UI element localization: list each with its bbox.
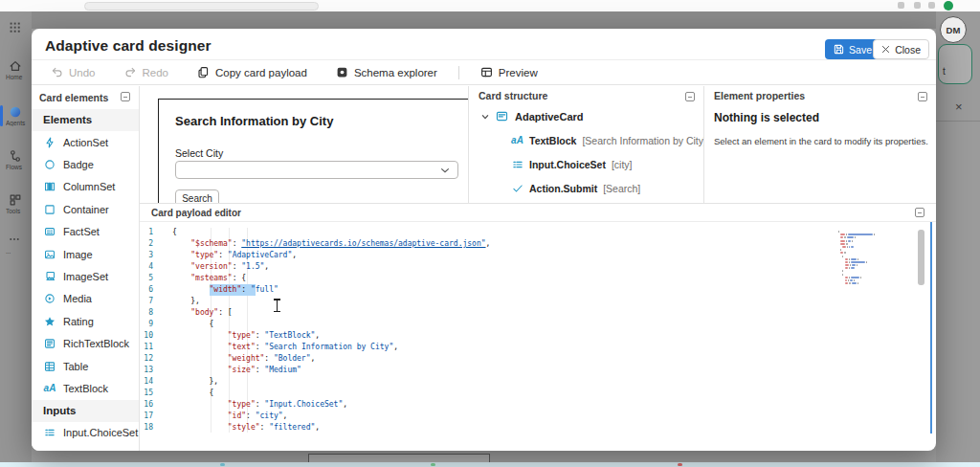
table-icon	[43, 360, 56, 373]
code-line-4[interactable]: 4 "version": "1.5",	[140, 261, 936, 273]
tree-node-action-submit[interactable]: Action.Submit[Search]	[511, 176, 702, 200]
nav-rail-item-flows[interactable]: Flows	[0, 147, 32, 186]
bottom-strip	[0, 462, 980, 467]
editor-focus-border	[930, 222, 932, 434]
nav-rail-item-agents[interactable]: Agents	[0, 103, 32, 142]
editor-scrollbar[interactable]	[918, 230, 924, 285]
schema-explorer-button[interactable]: Schema explorer	[336, 66, 437, 78]
code-line-10[interactable]: 10 "type": "TextBlock",	[140, 330, 936, 342]
chevron-down-icon[interactable]	[480, 112, 490, 122]
code-line-9[interactable]: 9 {	[140, 319, 936, 330]
line-number: 18	[140, 422, 172, 434]
card-preview-panel: Search Information by City Select City S…	[140, 86, 469, 203]
city-dropdown[interactable]	[175, 161, 458, 179]
element-item-badge[interactable]: Badge	[32, 153, 139, 175]
more-icon	[9, 234, 23, 248]
element-properties-header: Element properties	[704, 86, 936, 106]
code-token: "version"	[190, 261, 232, 273]
element-item-input-choiceset[interactable]: Input.ChoiceSet	[32, 422, 139, 444]
code-token: ,	[393, 342, 398, 353]
bottom-strip-marker	[220, 463, 225, 466]
code-line-8[interactable]: 8 "body": [	[140, 307, 936, 319]
code-token	[172, 365, 228, 376]
tree-node-textblock[interactable]: aATextBlock[Search Information by City]	[511, 128, 702, 152]
image-icon	[43, 248, 56, 261]
section-header-inputs[interactable]: Inputs	[32, 400, 139, 422]
line-number: 11	[140, 342, 172, 353]
code-editor[interactable]: 1{2 "$schema": "https://adaptivecards.io…	[140, 222, 936, 434]
collapse-panel-icon[interactable]	[915, 208, 924, 217]
choiceset-icon	[43, 426, 56, 439]
undo-button[interactable]: Undo	[51, 66, 96, 78]
element-item-image[interactable]: Image	[32, 243, 139, 265]
code-line-11[interactable]: 11 "text": "Search Information by City",	[140, 342, 936, 353]
tree-node-input-choiceset[interactable]: Input.ChoiceSet[city]	[511, 152, 702, 176]
element-item-table[interactable]: Table	[32, 355, 139, 377]
code-line-5[interactable]: 5 "msteams": {	[140, 273, 936, 284]
code-token: "type"	[190, 250, 218, 261]
browser-address-bar[interactable]	[84, 2, 319, 11]
section-header-elements[interactable]: Elements	[32, 109, 139, 131]
code-line-7[interactable]: 7 },	[140, 296, 936, 307]
app-header-bar: Environment	[0, 11, 980, 29]
element-item-rating[interactable]: Rating	[32, 310, 139, 332]
code-token: :	[218, 250, 228, 261]
nav-rail-item-[interactable]: ...	[0, 232, 32, 270]
nothing-selected-heading: Nothing is selected	[714, 111, 819, 124]
element-item-columnset[interactable]: ColumnSet	[32, 176, 139, 198]
code-line-3[interactable]: 3 "type": "AdaptiveCard",	[140, 250, 936, 261]
element-item-imageset[interactable]: ImageSet	[32, 265, 139, 287]
code-lines: 1{2 "$schema": "https://adaptivecards.io…	[140, 227, 936, 434]
close-button[interactable]: Close	[873, 39, 929, 59]
tree-node-adaptivecard[interactable]: AdaptiveCard	[480, 110, 584, 123]
code-line-1[interactable]: 1{	[140, 227, 936, 238]
nav-rail-item-home[interactable]: Home	[0, 57, 32, 96]
code-line-14[interactable]: 14 },	[140, 376, 936, 388]
panel-close-icon[interactable]: ×	[955, 100, 963, 114]
search-button[interactable]: Search	[175, 189, 219, 203]
screen: Environment HomeAgentsFlowsTools... DM t…	[0, 0, 980, 467]
browser-extension-icon[interactable]	[914, 2, 921, 9]
browser-extension-icon[interactable]	[898, 2, 904, 9]
code-line-12[interactable]: 12 "weight": "Bolder",	[140, 353, 936, 365]
code-token: "https://adaptivecards.io/schemas/adapti…	[241, 238, 485, 250]
code-line-6[interactable]: 6 "width": "full"	[140, 284, 936, 296]
element-item-textblock[interactable]: aATextBlock	[32, 377, 139, 399]
adaptive-card-designer-dialog: Adaptive card designer Save Close UndoRe…	[32, 29, 936, 451]
element-item-label: Badge	[63, 159, 94, 170]
redo-button[interactable]: Redo	[124, 66, 169, 78]
code-token	[172, 353, 228, 365]
select-city-label[interactable]: Select City	[175, 147, 223, 159]
browser-profile-avatar[interactable]	[944, 1, 953, 11]
collapse-panel-icon[interactable]	[685, 92, 695, 101]
save-icon	[834, 44, 844, 55]
code-token: {	[210, 319, 214, 330]
element-item-actionset[interactable]: ActionSet	[32, 131, 139, 153]
choiceset-icon	[511, 158, 523, 170]
collapse-panel-icon[interactable]	[918, 92, 927, 101]
code-token: },	[190, 296, 200, 307]
line-number: 5	[140, 273, 172, 284]
browser-menu-icon[interactable]	[928, 2, 935, 9]
test-button-partial[interactable]: t	[938, 44, 972, 84]
element-item-label: RichTextBlock	[63, 338, 129, 349]
card-heading[interactable]: Search Information by City	[175, 114, 333, 128]
element-item-media[interactable]: Media	[32, 288, 139, 310]
code-line-13[interactable]: 13 "size": "Medium"	[140, 365, 936, 376]
code-line-15[interactable]: 15 {	[140, 388, 936, 399]
element-item-factset[interactable]: FactSet	[32, 221, 139, 243]
nav-rail-item-tools[interactable]: Tools	[0, 191, 32, 230]
collapse-panel-icon[interactable]	[121, 92, 130, 101]
code-line-2[interactable]: 2 "$schema": "https://adaptivecards.io/s…	[140, 238, 936, 250]
preview-button[interactable]: Preview	[480, 66, 538, 78]
code-line-18[interactable]: 18 "style": "filtered",	[140, 422, 936, 434]
code-line-16[interactable]: 16 "type": "Input.ChoiceSet",	[140, 399, 936, 411]
adaptive-card-preview[interactable]: Search Information by City Select City S…	[158, 99, 469, 203]
nav-rail-item-waffle[interactable]	[0, 19, 32, 57]
element-item-richtextblock[interactable]: RichTextBlock	[32, 333, 139, 355]
minimap[interactable]	[838, 231, 898, 285]
element-item-container[interactable]: Container	[32, 198, 139, 220]
code-line-17[interactable]: 17 "id": "city",	[140, 411, 936, 422]
copy-card-payload-button[interactable]: Copy card payload	[197, 66, 307, 78]
user-avatar[interactable]: DM	[940, 16, 967, 43]
